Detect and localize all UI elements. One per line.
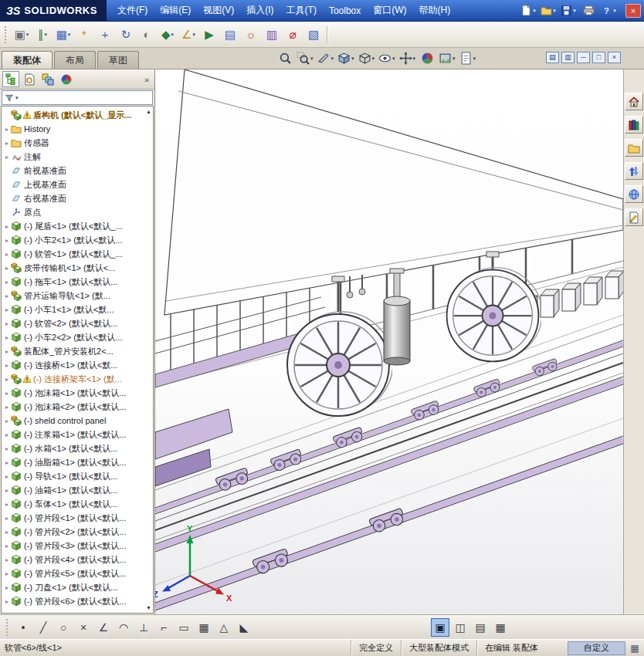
propertymanager-tab[interactable]	[21, 71, 38, 87]
design-library-button[interactable]	[625, 116, 643, 134]
sketch-circle-tool[interactable]: ○	[54, 618, 73, 637]
tree-item[interactable]: History	[2, 122, 153, 136]
linear-component-pattern-button[interactable]: ▦	[53, 25, 73, 45]
tree-item[interactable]: (-) 油箱<1> (默认<默认...	[2, 483, 153, 497]
tree-item[interactable]: 前视基准面	[2, 164, 153, 178]
configurationmanager-tab[interactable]	[39, 71, 56, 87]
tree-item[interactable]: 上视基准面	[2, 178, 153, 191]
sketch-toolbar-grip[interactable]	[6, 619, 9, 636]
sketch-spline-tool[interactable]: ×	[74, 618, 93, 637]
menu-insert[interactable]: 插入(I)	[240, 1, 280, 20]
menu-help[interactable]: 帮助(H)	[413, 1, 457, 20]
sketch-point-tool[interactable]: •	[14, 618, 32, 637]
file-explorer-button[interactable]	[625, 139, 643, 157]
show-hidden-components-button[interactable]: ◐	[137, 25, 157, 45]
expand-arrow-icon[interactable]	[3, 348, 11, 355]
smart-fasteners-button[interactable]: *	[74, 25, 94, 45]
tree-item[interactable]: (-) 油脂箱<1> (默认<默认...	[2, 455, 153, 469]
sketch-corner-tool[interactable]: ⌐	[154, 618, 173, 637]
tree-root-item[interactable]: 盾构机 (默认<默认_显示...	[2, 108, 153, 122]
doc-minimize-button[interactable]: ─	[577, 52, 590, 63]
3d-viewport-scene[interactable]: Y X Z	[155, 69, 623, 614]
sketch-line-tool[interactable]: ╱	[34, 618, 53, 637]
expand-arrow-icon[interactable]	[3, 292, 11, 299]
expand-arrow-icon[interactable]	[3, 598, 11, 605]
tree-item[interactable]: (-) 小车1<1> (默认<默...	[2, 303, 153, 316]
tree-item[interactable]: (-) 管片段<5> (默认<默认...	[2, 566, 153, 580]
viewport-four-button[interactable]: ▦	[491, 618, 510, 637]
filter-caret-icon[interactable]: ▾	[15, 95, 19, 101]
insert-components-button[interactable]: ▣	[12, 25, 32, 45]
zoom-fit-button[interactable]	[276, 50, 293, 66]
rotate-view-button[interactable]	[398, 50, 417, 66]
expand-arrow-icon[interactable]	[3, 237, 11, 244]
hide-show-items-button[interactable]	[378, 50, 396, 66]
tree-filter-box[interactable]: ▾	[2, 90, 153, 105]
tree-item[interactable]: (-) 注浆箱<1> (默认<默认...	[2, 428, 153, 441]
tab-sketch[interactable]: 草图	[97, 51, 139, 69]
tab-assembly[interactable]: 装配体	[2, 51, 53, 69]
edit-appearance-button[interactable]	[419, 50, 436, 66]
view-orientation-button[interactable]	[337, 50, 355, 66]
custom-properties-button[interactable]	[625, 208, 643, 226]
expand-arrow-icon[interactable]	[3, 154, 11, 161]
display-style-button[interactable]	[358, 50, 376, 66]
print-button[interactable]	[579, 3, 598, 19]
menu-view[interactable]: 视图(V)	[197, 1, 240, 20]
expand-arrow-icon[interactable]	[3, 418, 11, 424]
tree-item[interactable]: (-) 管片段<2> (默认<默认...	[2, 525, 153, 539]
assembly-features-button[interactable]: ◆	[158, 25, 178, 45]
expand-arrow-icon[interactable]	[3, 515, 11, 522]
expand-arrow-icon[interactable]	[3, 431, 11, 438]
sketch-rectangle-tool[interactable]: ▭	[175, 618, 193, 637]
tree-item[interactable]: (-) 水箱<1> (默认<默认...	[2, 441, 153, 455]
lower-left-panels[interactable]	[155, 409, 232, 486]
menu-edit[interactable]: 编辑(E)	[154, 1, 197, 20]
expand-arrow-icon[interactable]	[3, 529, 11, 536]
reference-geometry-button[interactable]: ∠	[178, 25, 198, 45]
mate-button[interactable]: ∥	[32, 25, 53, 45]
menu-toolbox[interactable]: Toolbox	[323, 2, 367, 19]
interference-detection-button[interactable]: ▥	[262, 25, 282, 45]
rotate-component-button[interactable]: ↻	[116, 25, 136, 45]
tree-item[interactable]: (-) 管片段<6> (默认<默认...	[2, 594, 153, 608]
tree-item[interactable]: (-) 拖车<1> (默认<默认...	[2, 275, 153, 289]
apply-scene-button[interactable]	[438, 50, 456, 66]
tree-item[interactable]: (-) 软管<1> (默认<默认_...	[2, 247, 153, 261]
tree-item[interactable]: 右视基准面	[2, 191, 153, 205]
expand-arrow-icon[interactable]	[3, 279, 11, 286]
tree-item[interactable]: (-) 软管<2> (默认<默认...	[2, 316, 153, 330]
exploded-view-button[interactable]: ☼	[241, 25, 261, 45]
search-results-button[interactable]	[625, 162, 643, 180]
tree-item[interactable]: (-) 尾盾<1> (默认<默认_...	[2, 219, 153, 233]
menu-window[interactable]: 窗口(W)	[367, 1, 412, 20]
expand-arrow-icon[interactable]	[3, 445, 11, 452]
status-custom-dropdown[interactable]: 自定义	[568, 641, 625, 655]
bill-of-materials-button[interactable]: ▤	[220, 25, 240, 45]
expand-arrow-icon[interactable]	[3, 126, 11, 133]
tree-scroll-down-icon[interactable]: ▼	[146, 605, 151, 610]
save-button[interactable]	[559, 3, 578, 19]
expand-arrow-icon[interactable]	[3, 584, 11, 591]
tab-layout[interactable]: 布局	[54, 51, 96, 69]
tree-item[interactable]: 注解	[2, 150, 153, 164]
sketch-arc-tool[interactable]: ◠	[114, 618, 133, 637]
menu-tools[interactable]: 工具(T)	[280, 1, 323, 20]
viewport-split-horizontal-button[interactable]: ◫	[451, 618, 469, 637]
viewport-single-button[interactable]: ▣	[431, 618, 449, 637]
sketch-angle-tool[interactable]: ∠	[94, 618, 113, 637]
menu-file[interactable]: 文件(F)	[111, 1, 154, 20]
tree-item[interactable]: (-) 导轨<1> (默认<默认...	[2, 469, 153, 483]
expand-arrow-icon[interactable]	[3, 362, 11, 369]
view-settings-button[interactable]	[459, 50, 477, 66]
doc-close-button[interactable]: ×	[608, 52, 621, 63]
expand-arrow-icon[interactable]	[3, 334, 11, 341]
filter-input[interactable]	[20, 92, 150, 103]
expand-arrow-icon[interactable]	[3, 265, 11, 272]
tree-item[interactable]: (-) 刀盘<1> (默认<默认...	[2, 580, 153, 594]
expand-arrow-icon[interactable]	[3, 404, 11, 411]
sketch-pattern-tool[interactable]: ▦	[195, 618, 213, 637]
expand-arrow-icon[interactable]	[3, 223, 11, 230]
move-component-button[interactable]: +	[95, 25, 115, 45]
tree-item[interactable]: (-) 管片段<4> (默认<默认...	[2, 553, 153, 566]
